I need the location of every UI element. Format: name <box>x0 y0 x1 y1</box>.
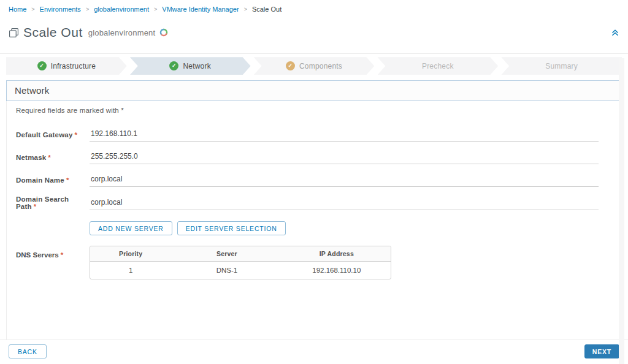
green-check-icon: ✓ <box>37 61 47 70</box>
step-precheck[interactable]: Precheck <box>377 57 498 75</box>
tan-check-icon: ✓ <box>286 61 295 70</box>
step-label: Summary <box>545 62 578 70</box>
breadcrumb-separator: > <box>244 6 247 12</box>
form-row-default-gateway: Default Gateway* <box>16 127 622 142</box>
breadcrumb-home[interactable]: Home <box>9 6 26 13</box>
step-network[interactable]: ✓ Network <box>130 57 251 75</box>
breadcrumb-current-scale-out: Scale Out <box>252 6 281 13</box>
breadcrumb-separator: > <box>31 6 34 12</box>
domain-search-path-field-wrap <box>90 196 599 210</box>
add-new-server-button[interactable]: ADD NEW SERVER <box>90 221 172 235</box>
form-row-domain-search-path: Domain Search Path* <box>16 195 622 210</box>
dns-row-priority: 1 <box>90 262 171 279</box>
environment-status-spinner-icon <box>159 28 168 37</box>
step-label: Components <box>299 62 342 70</box>
wizard-stepper: ✓ Infrastructure ✓ Network ✓ Components … <box>6 57 622 75</box>
breadcrumb-separator: > <box>86 6 89 12</box>
required-asterisk: * <box>74 131 77 138</box>
step-components[interactable]: ✓ Components <box>254 57 375 75</box>
dns-server-actions: ADD NEW SERVER EDIT SERVER SELECTION <box>90 221 622 235</box>
dns-row-ip-address: 192.168.110.10 <box>283 262 391 279</box>
dns-table-header-row: Priority Server IP Address <box>90 246 391 262</box>
dns-servers-table: Priority Server IP Address 1 DNS-1 192.1… <box>90 246 391 279</box>
edit-server-selection-button[interactable]: EDIT SERVER SELECTION <box>177 221 286 235</box>
step-infrastructure[interactable]: ✓ Infrastructure <box>6 57 127 75</box>
netmask-label: Netmask* <box>16 154 90 161</box>
scrollbar-track[interactable] <box>619 58 624 364</box>
wizard-footer: BACK NEXT <box>0 339 628 364</box>
double-chevron-up-icon[interactable] <box>611 28 619 37</box>
breadcrumb-environments[interactable]: Environments <box>40 6 81 13</box>
dns-column-server: Server <box>171 246 282 262</box>
page-title: Scale Out <box>23 25 83 40</box>
domain-search-path-label: Domain Search Path* <box>16 195 90 210</box>
domain-name-label: Domain Name* <box>16 176 90 184</box>
dns-row-server: DNS-1 <box>171 262 282 279</box>
dns-table-row: 1 DNS-1 192.168.110.10 <box>90 262 391 279</box>
default-gateway-label: Default Gateway* <box>16 131 90 138</box>
dns-servers-row: DNS Servers* Priority Server IP Address … <box>16 246 622 279</box>
breadcrumb-vmware-identity-manager[interactable]: VMware Identity Manager <box>162 6 239 13</box>
required-asterisk: * <box>61 251 63 259</box>
step-label: Infrastructure <box>51 62 96 70</box>
green-check-icon: ✓ <box>169 61 178 70</box>
form-row-domain-name: Domain Name* <box>16 173 622 187</box>
network-form-panel: Required fields are marked with * Defaul… <box>6 101 622 364</box>
domain-search-path-input[interactable] <box>90 196 599 210</box>
domain-name-input[interactable] <box>90 173 599 187</box>
breadcrumb-separator: > <box>154 6 157 12</box>
step-summary[interactable]: Summary <box>501 57 622 75</box>
clone-squares-icon <box>9 28 19 38</box>
dns-column-priority: Priority <box>90 246 171 262</box>
environment-name: globalenvironment <box>88 28 156 37</box>
step-label: Network <box>183 62 210 70</box>
dns-column-ip-address: IP Address <box>283 246 391 262</box>
page-header: Scale Out globalenvironment <box>0 13 628 48</box>
domain-name-field-wrap <box>90 173 599 187</box>
dns-servers-label: DNS Servers* <box>16 246 90 279</box>
required-asterisk: * <box>48 154 51 161</box>
netmask-field-wrap <box>90 150 599 164</box>
required-asterisk: * <box>34 203 37 210</box>
step-label: Precheck <box>422 62 454 70</box>
back-button[interactable]: BACK <box>9 344 47 358</box>
default-gateway-input[interactable] <box>90 127 599 142</box>
section-title-network: Network <box>6 80 622 101</box>
netmask-input[interactable] <box>90 150 599 164</box>
next-button[interactable]: NEXT <box>584 344 619 358</box>
header-divider <box>0 53 628 54</box>
default-gateway-field-wrap <box>90 127 599 142</box>
breadcrumb-globalenvironment[interactable]: globalenvironment <box>94 6 149 13</box>
required-fields-note: Required fields are marked with * <box>16 107 622 114</box>
breadcrumb: Home > Environments > globalenvironment … <box>0 0 628 13</box>
required-asterisk: * <box>66 176 69 184</box>
form-row-netmask: Netmask* <box>16 150 622 164</box>
